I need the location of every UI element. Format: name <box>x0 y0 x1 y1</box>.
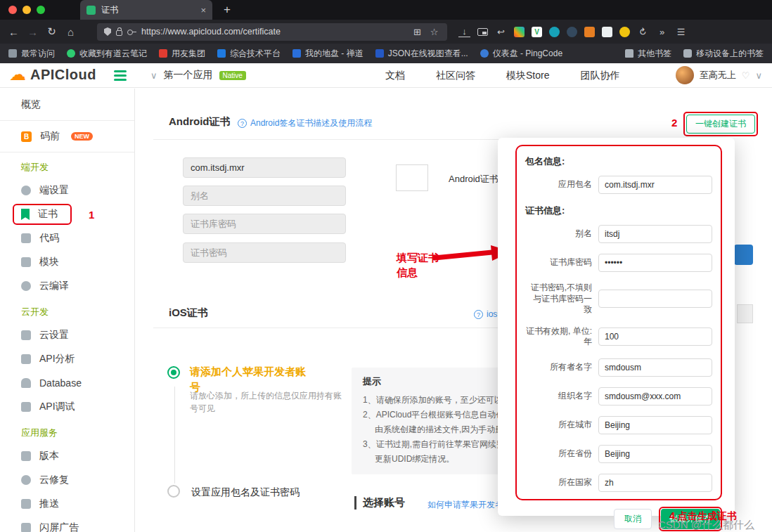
cert-password-field[interactable] <box>598 290 712 308</box>
bookmark-label: 其他书签 <box>638 48 671 60</box>
reader-icon[interactable] <box>602 27 612 37</box>
screen: 证书 × + ← → ↻ ⌂ https://www.apicloud.com/… <box>0 0 772 532</box>
nav-team[interactable]: 团队协作 <box>580 70 619 82</box>
bookmark-star-icon[interactable]: ☆ <box>428 25 440 38</box>
alias-field[interactable] <box>598 225 712 243</box>
sidebar-item-label: 闪屏广告 <box>39 521 79 532</box>
alias-input[interactable] <box>183 186 346 206</box>
annotation-step-4: 4.点击生成证书 <box>669 510 737 523</box>
certificate-highlight-box: 证书 <box>13 204 72 225</box>
ios-section-title: iOS证书 <box>169 306 208 320</box>
org-name-field[interactable] <box>598 387 712 406</box>
cert-password-input[interactable] <box>183 242 346 263</box>
other-bookmarks-button[interactable]: 其他书签 <box>625 48 671 60</box>
menu-icon[interactable]: ☰ <box>675 25 687 38</box>
tab-close-icon[interactable]: × <box>200 5 206 15</box>
download-icon[interactable]: ↓ <box>458 27 470 37</box>
back-button[interactable]: ← <box>4 26 23 38</box>
package-name-field[interactable] <box>598 176 712 194</box>
bookmark-item[interactable]: JSON在线视图查看... <box>375 48 468 60</box>
chevron-down-icon: ∨ <box>150 70 157 81</box>
browser-tab[interactable]: 证书 × <box>80 0 212 20</box>
create-cert-button[interactable]: 一键创建证书 <box>686 115 755 134</box>
extension-globe-icon[interactable] <box>567 27 577 37</box>
set-package-radio[interactable] <box>167 485 180 498</box>
package-name-input[interactable] <box>183 157 346 178</box>
sidebar-item-label: 模块 <box>39 256 59 268</box>
sidebar-item-api-analysis[interactable]: API分析 <box>0 347 134 371</box>
sidebar-item-overview[interactable]: 概览 <box>0 93 134 117</box>
bookmark-item[interactable]: 综合技术平台 <box>217 48 281 60</box>
province-field[interactable] <box>598 445 712 463</box>
new-tab-button[interactable]: + <box>224 3 231 17</box>
settings-gear-icon[interactable]: ↻ <box>634 23 652 41</box>
avatar[interactable] <box>676 66 694 84</box>
address-bar[interactable]: https://www.apicloud.com/certificate ⊞ ☆ <box>97 23 447 41</box>
mobile-bookmarks-button[interactable]: 移动设备上的书签 <box>683 48 764 60</box>
country-field[interactable] <box>598 474 712 492</box>
sidebar-item-version[interactable]: 版本 <box>0 444 134 468</box>
extensions-grid-icon[interactable]: ⊞ <box>411 25 423 38</box>
bookmark-favicon-icon <box>217 49 226 58</box>
bookmark-item[interactable]: 仪表盘 - PingCode <box>480 48 562 60</box>
user-name: 至高无上 <box>700 69 736 82</box>
sidebar-item-maqian[interactable]: B 码前 NEW <box>0 124 134 148</box>
extension-pinwheel-icon[interactable] <box>514 27 525 37</box>
cancel-button[interactable]: 取消 <box>614 509 652 529</box>
user-menu[interactable]: 至高无上 ♡ ∨ <box>676 66 762 84</box>
sidebar-item-cloud-settings[interactable]: 云设置 <box>0 323 134 347</box>
pip-icon[interactable] <box>477 28 488 36</box>
extension-v-icon[interactable]: V <box>532 27 542 37</box>
bookmark-label: 最常访问 <box>21 48 55 60</box>
apicloud-logo[interactable]: ☁ APICloud <box>9 66 96 83</box>
sidebar-item-api-debug[interactable]: API调试 <box>0 395 134 419</box>
extension-circle-icon[interactable] <box>549 27 560 37</box>
logo-text: APICloud <box>30 67 96 83</box>
owner-name-field[interactable] <box>598 358 712 377</box>
overflow-chevron-icon[interactable]: » <box>656 25 668 38</box>
undo-icon[interactable]: ↩ <box>495 25 507 38</box>
sidebar-item-hotfix[interactable]: 云修复 <box>0 468 134 492</box>
bookmark-item[interactable]: 用友集团 <box>159 48 205 60</box>
app-selector[interactable]: ∨ 第一个应用 Native <box>150 69 246 82</box>
keystore-password-field[interactable] <box>598 254 712 272</box>
set-package-label: 设置应用包名及证书密码 <box>191 486 300 499</box>
sidebar-item-certificate[interactable]: 证书 1 <box>0 202 134 226</box>
android-help-link[interactable]: ? Android签名证书描述及使用流程 <box>238 117 372 129</box>
reload-button[interactable]: ↻ <box>42 25 61 38</box>
extension-orange-icon[interactable] <box>584 27 595 37</box>
home-button[interactable]: ⌂ <box>61 26 80 38</box>
city-field[interactable] <box>598 416 712 434</box>
zoom-window-button[interactable] <box>37 6 45 14</box>
save-button-partial[interactable] <box>734 245 753 265</box>
bookmark-item[interactable]: 收藏到有道云笔记 <box>67 48 147 60</box>
nav-community[interactable]: 社区问答 <box>436 70 475 82</box>
nav-docs[interactable]: 文档 <box>385 70 405 82</box>
sidebar-item-modules[interactable]: 模块 <box>0 250 134 274</box>
nav-module-store[interactable]: 模块Store <box>506 70 549 82</box>
close-window-button[interactable] <box>8 6 17 14</box>
bookmark-item[interactable]: 我的地盘 - 禅道 <box>292 48 364 60</box>
chevron-down-icon[interactable]: ∨ <box>755 70 762 81</box>
sidebar-item-label: 证书 <box>38 208 58 221</box>
ios-create-button-partial[interactable] <box>737 304 753 323</box>
personal-account-radio[interactable] <box>167 366 180 379</box>
minimize-window-button[interactable] <box>22 6 31 14</box>
forward-button[interactable]: → <box>23 26 42 38</box>
sidebar-item-cloud-compile[interactable]: 云编译 <box>0 274 134 298</box>
bookmark-item[interactable]: 最常访问 <box>8 48 55 60</box>
extension-yellow-icon[interactable] <box>619 27 630 37</box>
shield-icon[interactable] <box>104 27 111 36</box>
lock-icon[interactable] <box>116 30 122 36</box>
site-menu-button[interactable] <box>114 70 127 81</box>
sidebar-item-push[interactable]: 推送 <box>0 492 134 516</box>
key-icon[interactable] <box>127 30 136 34</box>
sidebar-item-code[interactable]: 代码 <box>0 226 134 250</box>
cloud-logo-icon: ☁ <box>9 66 26 83</box>
validity-field[interactable] <box>598 327 712 346</box>
sidebar-item-client-settings[interactable]: 端设置 <box>0 179 134 202</box>
sidebar-item-database[interactable]: Database <box>0 371 134 395</box>
keystore-password-input[interactable] <box>183 214 346 234</box>
cert-preview-label: Android证书 <box>449 173 498 186</box>
sidebar-item-splash-ad[interactable]: 闪屏广告 <box>0 516 134 532</box>
